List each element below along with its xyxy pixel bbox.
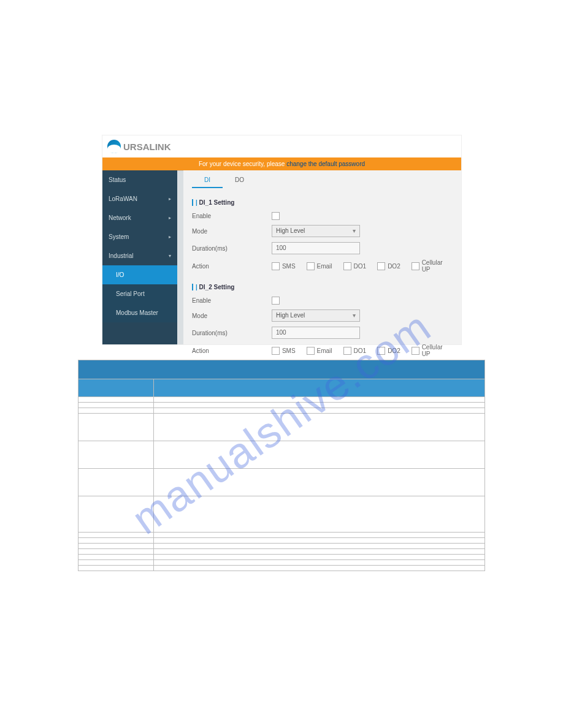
- action-group: SMS Email DO1 DO2 Cellular UP: [272, 259, 453, 273]
- chevron-right-icon: ▸: [169, 215, 171, 221]
- action-text: DO1: [354, 263, 367, 270]
- content-area: DI DO | DI_1 Setting Enable Mode High Le…: [183, 170, 461, 344]
- alert-text: For your device security, please: [199, 161, 286, 167]
- table-row: [79, 533, 485, 538]
- checkbox-icon: [307, 262, 315, 270]
- sidebar-item-system[interactable]: System ▸: [102, 227, 177, 246]
- sidebar-item-label: Modbus Master: [116, 309, 158, 316]
- action-cellular-up[interactable]: Cellular UP: [412, 259, 453, 273]
- checkbox-icon: [412, 347, 419, 355]
- alert-link[interactable]: change the default password: [286, 161, 365, 167]
- action-text: DO1: [354, 347, 367, 354]
- enable-label: Enable: [192, 297, 272, 304]
- table-subheader-row: [79, 379, 485, 397]
- logo-text: URSALINK: [123, 142, 171, 152]
- table-row: [79, 544, 485, 549]
- table-row: [79, 560, 485, 566]
- security-alert: For your device security, please change …: [102, 157, 461, 170]
- tab-do[interactable]: DO: [223, 173, 256, 188]
- sidebar-sub-io[interactable]: I/O: [102, 265, 177, 284]
- enable-checkbox[interactable]: [272, 297, 280, 305]
- action-text: Email: [317, 347, 332, 354]
- action-group: SMS Email DO1 DO2 Cellular UP: [272, 344, 453, 357]
- sidebar-item-lorawan[interactable]: LoRaWAN ▸: [102, 189, 177, 208]
- sidebar-item-status[interactable]: Status: [102, 170, 177, 189]
- checkbox-icon: [307, 347, 315, 355]
- action-do1[interactable]: DO1: [343, 344, 367, 357]
- mode-label: Mode: [192, 313, 272, 319]
- table-header-row: [79, 360, 485, 379]
- action-text: Email: [317, 263, 332, 270]
- table-row: [79, 566, 485, 571]
- content-gutter: [177, 170, 183, 344]
- action-email[interactable]: Email: [307, 259, 332, 273]
- sidebar-item-label: Network: [109, 214, 131, 221]
- table-row: [79, 549, 485, 555]
- mode-select[interactable]: High Level: [272, 309, 360, 322]
- section-title-di1: | DI_1 Setting: [192, 199, 453, 206]
- checkbox-icon: [377, 262, 385, 270]
- sidebar-sub-serial-port[interactable]: Serial Port: [102, 284, 177, 303]
- tab-di[interactable]: DI: [192, 173, 223, 188]
- action-email[interactable]: Email: [307, 344, 332, 357]
- action-text: Cellular UP: [422, 259, 453, 273]
- table-row: [79, 555, 485, 560]
- table-row: [79, 496, 485, 533]
- duration-input[interactable]: 100: [272, 242, 360, 254]
- table-row: [79, 538, 485, 544]
- sidebar-item-label: Serial Port: [116, 290, 145, 297]
- sidebar-item-label: LoRaWAN: [109, 195, 137, 202]
- table-row: [79, 403, 485, 408]
- sidebar-item-label: Status: [109, 176, 126, 183]
- action-text: SMS: [282, 347, 296, 354]
- action-text: Cellular UP: [422, 344, 453, 357]
- enable-label: Enable: [192, 213, 272, 219]
- chevron-right-icon: ▸: [169, 196, 171, 202]
- action-cellular-up[interactable]: Cellular UP: [412, 344, 453, 357]
- sidebar: Status LoRaWAN ▸ Network ▸ System ▸ Indu…: [102, 170, 177, 344]
- action-sms[interactable]: SMS: [272, 259, 296, 273]
- mode-label: Mode: [192, 228, 272, 235]
- sidebar-item-label: Industrial: [109, 252, 134, 259]
- action-do2[interactable]: DO2: [377, 344, 400, 357]
- table-row: [79, 397, 485, 403]
- mode-select[interactable]: High Level: [272, 225, 360, 237]
- sidebar-sub-modbus-master[interactable]: Modbus Master: [102, 303, 177, 322]
- action-sms[interactable]: SMS: [272, 344, 296, 357]
- table-row: [79, 414, 485, 441]
- chevron-right-icon: ▸: [169, 234, 171, 240]
- action-text: DO2: [388, 263, 400, 270]
- checkbox-icon: [272, 347, 280, 355]
- duration-input[interactable]: 100: [272, 327, 360, 339]
- table-row: [79, 441, 485, 469]
- duration-label: Duration(ms): [192, 330, 272, 336]
- app-window: URSALINK For your device security, pleas…: [102, 135, 462, 345]
- sidebar-item-industrial[interactable]: Industrial ▾: [102, 246, 177, 265]
- checkbox-icon: [343, 262, 351, 270]
- brand-logo: URSALINK: [107, 138, 456, 155]
- logo-mark-icon: [107, 140, 121, 153]
- checkbox-icon: [412, 262, 419, 270]
- duration-label: Duration(ms): [192, 245, 272, 252]
- table-row: [79, 408, 485, 414]
- enable-checkbox[interactable]: [272, 212, 280, 220]
- checkbox-icon: [343, 347, 351, 355]
- doc-table: [78, 360, 485, 571]
- action-do2[interactable]: DO2: [377, 259, 400, 273]
- checkbox-icon: [377, 347, 385, 355]
- action-text: SMS: [282, 263, 296, 270]
- tab-bar: DI DO: [192, 170, 453, 188]
- sidebar-item-label: I/O: [116, 271, 124, 278]
- chevron-down-icon: ▾: [169, 253, 171, 259]
- section-title-text: DI_1 Setting: [199, 199, 235, 206]
- sidebar-item-network[interactable]: Network ▸: [102, 208, 177, 227]
- action-label: Action: [192, 347, 272, 354]
- action-label: Action: [192, 263, 272, 270]
- action-do1[interactable]: DO1: [343, 259, 367, 273]
- action-text: DO2: [388, 347, 400, 354]
- section-title-text: DI_2 Setting: [199, 284, 235, 290]
- checkbox-icon: [272, 262, 280, 270]
- logo-row: URSALINK: [102, 135, 461, 157]
- section-title-di2: | DI_2 Setting: [192, 284, 453, 290]
- sidebar-item-label: System: [109, 233, 129, 240]
